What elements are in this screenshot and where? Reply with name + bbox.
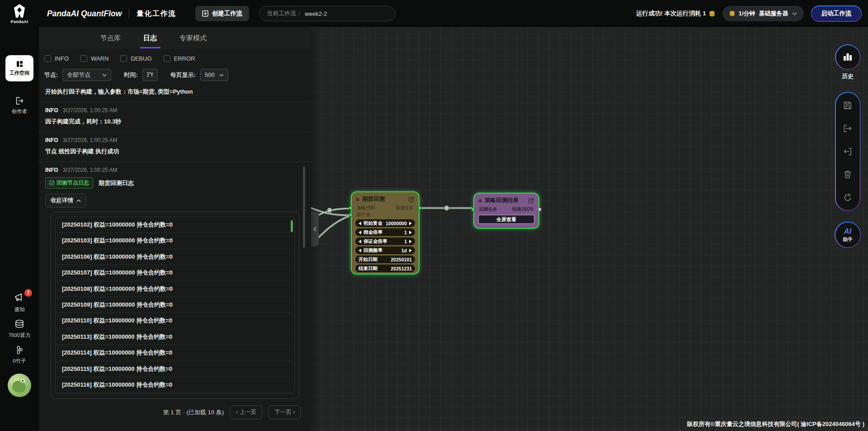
history-label: 历史 [842, 73, 854, 81]
page-size-select[interactable]: 500 [200, 69, 228, 81]
decrement-arrow-icon[interactable] [359, 249, 361, 252]
checkbox-icon[interactable] [120, 55, 127, 62]
workflow-input-value: week2-2 [305, 10, 327, 17]
page-size-label: 每页显示: [170, 71, 196, 79]
panda-logo-icon [12, 4, 27, 19]
detail-row: [20250117] 权益=10000000 持仓合约数=0 [56, 393, 294, 394]
log-panel: 节点库 日志 专家模式 INFO WARN DEBUG [39, 27, 311, 431]
check-square-icon [49, 180, 54, 185]
node-filter-select[interactable]: 全部节点 [62, 69, 111, 81]
ai-assistant-button[interactable]: AI 助手 [835, 223, 860, 247]
ai-assistant-button-border: AI 助手 [835, 222, 861, 248]
create-workflow-button[interactable]: 创建工作流 [195, 6, 250, 21]
node-status-dot-icon [356, 198, 359, 201]
error-checkbox[interactable]: ERROR [164, 55, 195, 62]
sidebar-item-notifications[interactable]: 7 通知 [0, 292, 39, 313]
megaphone-icon [14, 292, 25, 303]
param-initial-capital[interactable]: 初始资金 10000000 [355, 219, 415, 227]
node-futures-backtest[interactable]: 期货回测 策略代码 回测任务 因子值 初始资金 10000000 佣金倍率 [351, 191, 420, 275]
detail-scrollbar-thumb[interactable] [291, 220, 293, 232]
log-filters: INFO WARN DEBUG ERROR 节点: 全部节点 [39, 49, 311, 81]
log-message: 开始执行因子构建，输入参数：市场=期货, 类型=Python [45, 88, 305, 96]
param-start-date[interactable]: 开始日期 20250101 [355, 256, 415, 263]
detail-row: [20250114] 权益=10000000 持仓合约数=0 [56, 345, 294, 361]
header-divider [129, 9, 129, 19]
tab-expert-mode[interactable]: 专家模式 [179, 28, 208, 48]
param-margin-multiplier[interactable]: 保证金倍率 1 [355, 237, 415, 245]
export-icon[interactable] [843, 123, 853, 133]
decrement-arrow-icon[interactable] [359, 240, 361, 243]
creator-label: 创作者 [12, 108, 28, 115]
param-end-date[interactable]: 结束日期 20251231 [355, 265, 415, 272]
page-info: 第 1 页 · (已加载 10 条) [163, 408, 224, 417]
chevron-up-icon [76, 199, 81, 202]
node-header: 期货回测 [352, 192, 419, 204]
prev-page-button[interactable]: ‹ 上一页 [230, 405, 262, 419]
param-label: 佣金倍率 [363, 229, 382, 236]
server-name: 基础服务器 [759, 9, 788, 18]
import-icon[interactable] [843, 147, 853, 156]
output-port-backtest-task[interactable] [418, 206, 422, 210]
tab-logs[interactable]: 日志 [142, 28, 158, 48]
brand-logo[interactable]: PandaAI [0, 0, 39, 27]
detail-row: [20250115] 权益=10000000 持仓合约数=0 [56, 361, 294, 377]
refresh-icon[interactable] [843, 193, 853, 203]
checkbox-icon[interactable] [44, 55, 51, 62]
sidebar-item-workspace[interactable]: 工作空间 [5, 55, 33, 81]
canvas-tools [836, 93, 860, 210]
edit-node-icon[interactable] [528, 198, 534, 204]
left-sidebar: 工作空间 创作者 7 通知 793 [0, 27, 39, 431]
port-row: 回测任务 结果JSON [474, 206, 538, 213]
param-commission-multiplier[interactable]: 佣金倍率 1 [355, 228, 415, 236]
increment-arrow-icon[interactable] [409, 240, 412, 243]
sidebar-item-compute[interactable]: 7930算力 [0, 319, 39, 339]
checkbox-icon[interactable] [164, 55, 170, 62]
sidebar-item-bamboo[interactable]: 0竹子 [0, 345, 39, 365]
info-checkbox[interactable]: INFO [44, 55, 69, 62]
checkbox-icon[interactable] [80, 55, 87, 62]
param-value: 1 [404, 239, 407, 244]
tab-node-library[interactable]: 节点库 [99, 28, 122, 48]
time-sort-button[interactable] [142, 69, 158, 81]
input-port-strategy-code[interactable] [349, 206, 353, 210]
node-header: 策略回测结果 [474, 194, 538, 206]
increment-arrow-icon[interactable] [409, 249, 412, 252]
detail-row: [20250102] 权益=10000000 持仓合约数=0 [56, 217, 294, 233]
current-workflow-input[interactable]: 当前工作流： week2-2 [259, 6, 396, 21]
delete-icon[interactable] [843, 170, 853, 180]
param-label: 开始日期 [359, 256, 377, 263]
collapse-details-button[interactable]: 收起详情 [45, 194, 86, 208]
node-title: 期货回测 [362, 195, 385, 203]
server-selector[interactable]: 1/分钟 基础服务器 [722, 6, 804, 21]
output-port-result-json[interactable] [538, 207, 542, 211]
log-scrollbar-thumb[interactable] [303, 166, 305, 248]
history-button[interactable] [836, 45, 860, 69]
increment-arrow-icon[interactable] [409, 231, 412, 234]
next-page-button[interactable]: 下一页 › [269, 405, 301, 419]
param-backtest-frequency[interactable]: 回测频率 1d [355, 246, 415, 254]
start-workflow-button[interactable]: 启动工作流 [811, 6, 861, 21]
log-entry-list[interactable]: 开始执行因子构建，输入参数：市场=期货, 类型=Python INFO 3/27… [39, 85, 311, 417]
copyright-text: 版权所有©重庆量云之境信息科技有限公司( 渝ICP备2024046064号 ) [687, 420, 864, 428]
sidebar-item-creator[interactable]: 创作者 [0, 96, 39, 115]
user-avatar[interactable] [8, 374, 31, 397]
increment-arrow-icon[interactable] [409, 222, 412, 225]
warn-checkbox[interactable]: WARN [80, 55, 108, 62]
edit-node-icon[interactable] [409, 196, 415, 202]
debug-checkbox[interactable]: DEBUG [120, 55, 151, 62]
warn-label: WARN [91, 55, 108, 62]
panel-collapse-handle[interactable] [311, 211, 319, 246]
input-port-backtest-task[interactable] [471, 207, 475, 211]
decrement-arrow-icon[interactable] [359, 222, 361, 225]
backtest-detail-scroll[interactable]: [20250102] 权益=10000000 持仓合约数=0 [20250103… [55, 217, 295, 394]
input-port-factor-value[interactable] [349, 213, 353, 217]
decrement-arrow-icon[interactable] [359, 231, 361, 234]
save-icon[interactable] [843, 100, 853, 110]
notification-badge: 7 [24, 289, 32, 297]
port-row: 策略代码 回测任务 [352, 204, 419, 211]
fullscreen-view-button[interactable]: 全屏查看 [478, 215, 534, 224]
panel-tabs: 节点库 日志 专家模式 [39, 27, 311, 49]
node-strategy-backtest-result[interactable]: 策略回测结果 回测任务 结果JSON 全屏查看 [473, 193, 539, 229]
log-entry: INFO 3/27/2026, 1:00:25 AM 回测节点日志 期货回测日志… [39, 162, 311, 405]
node-title: 策略回测结果 [485, 197, 519, 204]
